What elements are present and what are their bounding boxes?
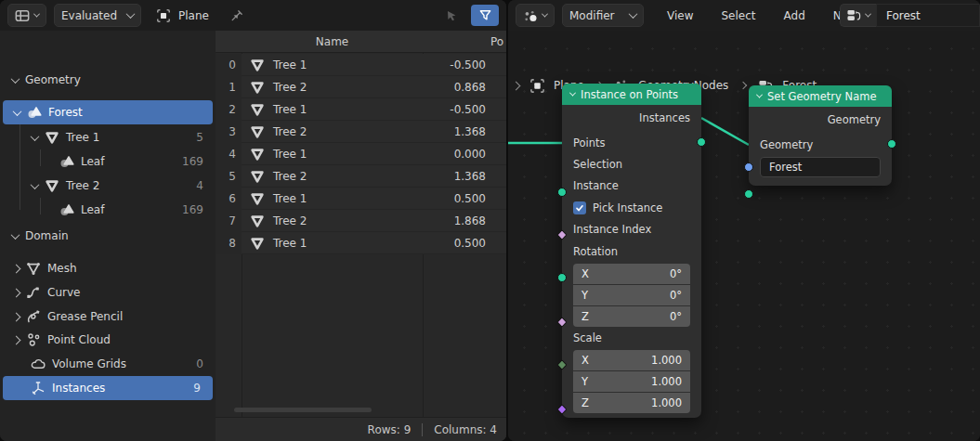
section-header-domain[interactable]: Domain [0, 224, 216, 248]
cell-name: Tree 1 [242, 188, 423, 210]
socket-name-string-input[interactable] [744, 162, 753, 172]
rotation-x-field[interactable]: X0° [573, 264, 690, 284]
geometry-name-text-field[interactable]: Forest [760, 157, 881, 177]
use-filter-arrow-button[interactable] [439, 5, 464, 26]
domain-count: 0 [196, 357, 216, 370]
table-row: 3 Tree 2 1.368 [216, 121, 506, 143]
socket-rotation-input[interactable] [556, 404, 567, 414]
filter-toggle-button[interactable] [471, 5, 499, 26]
instance-count: 4 [196, 179, 216, 192]
row-index: 5 [216, 165, 242, 188]
pick-instance-checkbox[interactable] [573, 201, 586, 214]
socket-geometry-input[interactable] [744, 189, 753, 199]
column-header-position[interactable]: Po [490, 31, 503, 53]
cell-name: Tree 1 [242, 54, 423, 76]
domain-count: 9 [193, 382, 213, 395]
table-row: 2 Tree 1 -0.500 [216, 98, 506, 121]
table-row: 6 Tree 1 0.500 [216, 188, 506, 210]
chevron-down-icon [542, 11, 548, 18]
cell-position: 1.368 [423, 165, 506, 188]
socket-instance-input[interactable] [557, 273, 567, 282]
node-group-icon [846, 8, 862, 22]
node-canvas[interactable]: Plane GeometryNodes Forest Instance on P… [508, 31, 980, 441]
node-header[interactable]: Set Geometry Name [749, 85, 892, 107]
cell-name: Tree 2 [242, 210, 423, 232]
row-index: 4 [216, 143, 242, 165]
output-geometry: Geometry [749, 110, 892, 130]
section-header-geometry[interactable]: Geometry [0, 68, 216, 92]
mesh-data-icon [250, 236, 265, 251]
tree-item-forest[interactable]: Forest [3, 100, 213, 124]
scale-vector-fields: X1.000 Y1.000 Z1.000 [573, 350, 690, 413]
cell-position: 1.868 [423, 210, 506, 232]
breadcrumb-separator-icon [739, 82, 747, 89]
empty-axes-icon [31, 381, 46, 396]
cursor-arrow-icon [444, 8, 459, 23]
chevron-down-icon [126, 9, 136, 19]
object-name: Plane [178, 9, 209, 22]
instances-icon [59, 154, 74, 169]
mesh-data-icon [250, 147, 265, 162]
input-geometry: Geometry [749, 135, 892, 155]
cell-position: -0.500 [423, 54, 506, 76]
menu-select[interactable]: Select [711, 4, 765, 27]
tree-item-leaf[interactable]: Leaf 169 [0, 198, 216, 222]
tree-item-leaf[interactable]: Leaf 169 [0, 149, 216, 174]
instance-count: 5 [196, 131, 216, 144]
tree-item-label: Tree 1 [66, 131, 99, 144]
tree-item-tree2[interactable]: Tree 2 4 [0, 174, 216, 198]
tree-item-label: Tree 2 [66, 179, 99, 192]
domain-item-curve[interactable]: Curve [0, 280, 216, 305]
table-row: 0 Tree 1 -0.500 [216, 54, 506, 76]
editor-type-button[interactable] [516, 4, 555, 27]
scale-y-field[interactable]: Y1.000 [573, 371, 690, 392]
domain-item-grease-pencil[interactable]: Grease Pencil [0, 305, 216, 329]
horizontal-scrollbar[interactable] [234, 408, 372, 412]
domain-item-point-cloud[interactable]: Point Cloud [0, 328, 216, 352]
spreadsheet-icon [15, 8, 30, 23]
node-set-geometry-name[interactable]: Set Geometry Name Geometry Geometry Fore… [749, 85, 892, 186]
column-header-name[interactable]: Name [242, 31, 423, 53]
row-index: 2 [216, 98, 242, 121]
socket-instance-index-input[interactable] [556, 359, 567, 370]
editor-type-button[interactable] [7, 4, 46, 27]
socket-pick-instance-input[interactable] [556, 317, 567, 327]
geometry-node-editor: Modifier View Select Add Node Forest Pla… [508, 0, 980, 441]
scale-z-field[interactable]: Z1.000 [573, 393, 690, 413]
mesh-data-icon [250, 169, 265, 184]
domain-item-instances[interactable]: Instances 9 [3, 376, 213, 400]
chevron-down-icon [31, 180, 40, 189]
input-scale: Scale [562, 328, 701, 348]
rotation-z-field[interactable]: Z0° [573, 306, 690, 327]
pin-icon[interactable] [229, 8, 244, 23]
row-index: 0 [216, 54, 242, 76]
node-tree-name-field[interactable]: Forest [876, 4, 980, 27]
cell-position: 0.000 [423, 143, 506, 165]
dataset-sidebar: Geometry Forest Tree 1 5 Leaf 169 Tree 2… [0, 31, 216, 441]
domain-item-volume-grids[interactable]: Volume Grids 0 [0, 352, 216, 376]
mesh-data-icon [250, 214, 265, 228]
evaluation-mode-select[interactable]: Evaluated [54, 4, 141, 27]
chevron-right-icon [12, 264, 21, 273]
breadcrumb-expand-icon[interactable] [512, 81, 521, 90]
domain-item-mesh[interactable]: Mesh [0, 256, 216, 280]
domain-item-label: Curve [47, 286, 80, 299]
columns-count: Columns: 4 [434, 423, 497, 436]
chevron-down-icon [569, 90, 576, 97]
menu-add[interactable]: Add [774, 4, 816, 27]
scale-x-field[interactable]: X1.000 [573, 350, 690, 370]
spreadsheet-editor: Evaluated Plane Geometry Forest [0, 0, 506, 441]
node-instance-on-points[interactable]: Instance on Points Instances Points Sele… [562, 84, 701, 418]
instances-icon [59, 202, 74, 217]
cell-name: Tree 1 [242, 98, 423, 121]
menu-view[interactable]: View [657, 4, 703, 27]
tree-item-label: Forest [48, 106, 83, 119]
browse-node-tree-button[interactable] [840, 4, 876, 27]
rotation-y-field[interactable]: Y0° [573, 285, 690, 305]
mesh-data-icon [250, 124, 265, 139]
node-header[interactable]: Instance on Points [562, 84, 701, 105]
node-tree-type-select[interactable]: Modifier [562, 4, 644, 27]
input-selection: Selection [562, 154, 701, 175]
tree-item-tree1[interactable]: Tree 1 5 [0, 125, 216, 149]
mesh-data-icon [250, 102, 265, 117]
